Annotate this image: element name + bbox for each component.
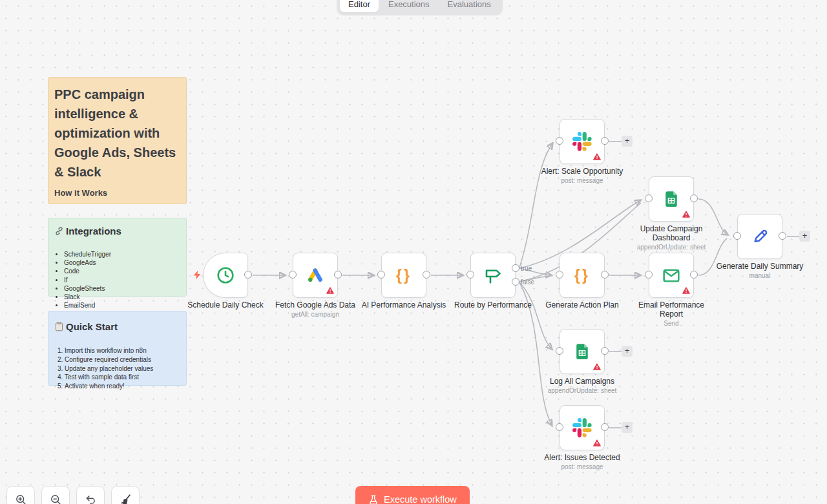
email-icon (661, 265, 682, 286)
slack-icon (572, 418, 592, 437)
link-icon (54, 226, 64, 236)
input-port[interactable] (733, 232, 741, 240)
list-item: Test with sample data first (65, 374, 180, 381)
output-port[interactable] (690, 271, 698, 278)
signpost-icon (483, 265, 503, 286)
code-braces-icon: {} (574, 267, 590, 284)
node-generate-action-plan[interactable]: {} Generate Action Plan (560, 253, 605, 298)
node-subtitle: Send (629, 320, 714, 327)
input-port[interactable] (289, 271, 297, 278)
node-fetch-google-ads-data[interactable]: Fetch Google Ads Data getAll: campaign (293, 253, 338, 298)
node-schedule-daily-check[interactable]: Schedule Daily Check (203, 253, 248, 298)
slack-icon (572, 132, 592, 151)
list-item: Update any placeholder values (65, 366, 180, 373)
input-port[interactable] (556, 347, 563, 355)
list-item: GoogleSheets (64, 285, 180, 293)
sticky-note-main[interactable]: PPC campaign intelligence & optimization… (48, 77, 187, 204)
execute-workflow-button[interactable]: Execute workflow (355, 486, 470, 504)
add-node-button[interactable]: + (622, 136, 633, 147)
tidy-up-button[interactable] (111, 486, 140, 504)
node-subtitle: manual (704, 272, 817, 279)
output-port-true[interactable] (512, 264, 519, 272)
output-port[interactable] (601, 423, 609, 431)
tab-evaluations[interactable]: Evaluations (439, 0, 499, 12)
output-port-false[interactable] (512, 278, 519, 286)
output-port[interactable] (334, 271, 342, 278)
sticky-note-quick-start[interactable]: Quick Start Import this workflow into n8… (48, 311, 187, 386)
node-generate-daily-summary[interactable]: Generate Daily Summary manual (737, 214, 782, 259)
node-label: Generate Daily Summary (704, 262, 817, 271)
node-label: Alert: Scale Opportunity (526, 167, 639, 176)
node-update-campaign-dashboard[interactable]: Update Campaign Dashboard appendOrUpdate… (649, 176, 694, 222)
undo-icon (85, 494, 97, 504)
output-port[interactable] (601, 137, 609, 145)
node-log-all-campaigns[interactable]: Log All Campaigns appendOrUpdate: sheet (560, 329, 605, 374)
reset-zoom-button[interactable] (76, 486, 105, 504)
branch-label-true: true (521, 265, 532, 272)
trigger-bolt-icon (193, 270, 202, 280)
node-alert-scale-opportunity[interactable]: Alert: Scale Opportunity post: message (560, 119, 605, 164)
sticky-note-integrations[interactable]: Integrations ScheduleTriggerGoogleAdsCod… (48, 218, 187, 297)
clock-icon (215, 265, 236, 286)
output-port[interactable] (423, 271, 430, 278)
node-label: Generate Action Plan (526, 300, 639, 310)
branch-label-false: false (521, 278, 534, 286)
node-label: Log All Campaigns (526, 377, 639, 386)
integrations-list: ScheduleTriggerGoogleAdsCodeIfGoogleShee… (54, 251, 180, 310)
output-port[interactable] (244, 271, 252, 278)
node-subtitle: post: message (526, 177, 639, 184)
list-item: Activate when ready! (65, 383, 180, 390)
quick-start-list: Import this workflow into n8nConfigure r… (54, 348, 180, 390)
input-port[interactable] (466, 271, 474, 278)
output-port[interactable] (601, 347, 609, 355)
node-subtitle: post: message (526, 463, 639, 470)
output-port[interactable] (779, 232, 786, 240)
google-sheets-icon (572, 342, 592, 361)
input-port[interactable] (377, 271, 385, 278)
list-item: GoogleAds (64, 259, 180, 267)
input-port[interactable] (645, 271, 653, 278)
add-node-button[interactable]: + (622, 346, 633, 357)
warning-icon (326, 287, 334, 294)
zoom-out-button[interactable] (41, 486, 70, 504)
clipboard-icon (54, 322, 64, 331)
output-port[interactable] (690, 194, 698, 202)
add-node-button[interactable]: + (622, 422, 633, 433)
output-port[interactable] (601, 271, 609, 278)
add-node-button[interactable]: + (799, 231, 810, 242)
list-item: Slack (64, 293, 180, 301)
list-item: Configure required credentials (65, 357, 180, 364)
code-braces-icon: {} (396, 267, 412, 284)
input-port[interactable] (645, 194, 653, 202)
list-item: Import this workflow into n8n (65, 348, 180, 355)
node-subtitle: getAll: campaign (259, 311, 372, 318)
input-port[interactable] (556, 271, 563, 278)
list-item: ScheduleTrigger (64, 251, 180, 258)
editor-tabbar: Editor Executions Evaluations (337, 0, 503, 16)
integrations-heading: Integrations (54, 226, 180, 236)
pencil-icon (749, 226, 770, 247)
execute-workflow-label: Execute workflow (384, 494, 457, 504)
node-label: Email Performance Report (629, 300, 714, 319)
zoom-in-button[interactable] (6, 486, 35, 504)
google-sheets-icon (662, 189, 681, 209)
warning-icon (593, 153, 601, 160)
broom-icon (120, 494, 132, 504)
node-route-by-performance[interactable]: Route by Performance (470, 253, 516, 298)
node-alert-issues-detected[interactable]: Alert: Issues Detected post: message (560, 405, 605, 450)
tab-editor[interactable]: Editor (340, 0, 379, 12)
warning-icon (593, 363, 601, 370)
warning-icon (682, 211, 690, 218)
input-port[interactable] (556, 423, 563, 431)
list-item: Code (64, 268, 180, 275)
node-subtitle: appendOrUpdate: sheet (629, 244, 714, 251)
tab-executions[interactable]: Executions (380, 0, 438, 12)
node-email-performance-report[interactable]: Email Performance Report Send (649, 253, 694, 298)
zoom-out-icon (50, 494, 62, 504)
google-ads-icon (306, 266, 325, 285)
input-port[interactable] (556, 137, 563, 145)
node-ai-performance-analysis[interactable]: {} AI Performance Analysis (381, 253, 426, 298)
node-label: Update Campaign Dashboard (629, 224, 714, 242)
list-item: EmailSend (64, 302, 180, 310)
zoom-in-icon (15, 494, 27, 504)
